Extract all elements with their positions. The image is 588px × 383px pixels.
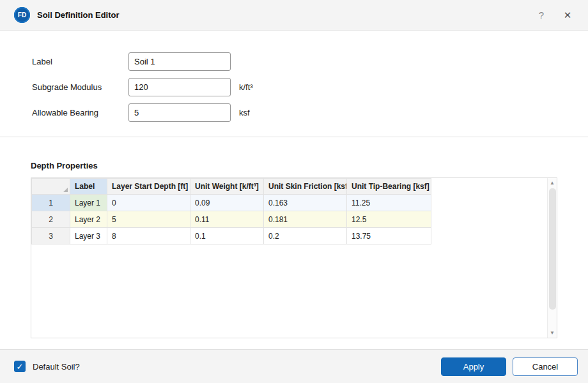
subgrade-modulus-input[interactable]	[128, 78, 231, 96]
header-skin-friction[interactable]: Unit Skin Friction [ksf]	[264, 179, 347, 195]
scroll-up-icon[interactable]: ▲	[548, 178, 557, 188]
depth-properties-title: Depth Properties	[31, 161, 557, 170]
label-row: Label	[32, 52, 588, 71]
cell-skin-friction-1[interactable]: 0.163	[264, 195, 347, 211]
cell-skin-friction-3[interactable]: 0.2	[264, 228, 347, 244]
cell-label-2[interactable]: Layer 2	[70, 211, 107, 228]
cell-label-1[interactable]: Layer 1	[70, 195, 107, 211]
table-row: 2 Layer 2 5 0.11 0.181 12.5	[32, 211, 431, 228]
app-logo-text: FD	[18, 11, 26, 19]
cell-start-depth-1[interactable]: 0	[107, 195, 190, 211]
header-row: Label Layer Start Depth [ft] Unit Weight…	[32, 179, 431, 195]
label-field-label: Label	[32, 57, 128, 66]
table-row: 3 Layer 3 8 0.1 0.2 13.75	[32, 228, 431, 244]
subgrade-row: Subgrade Modulus k/ft³	[32, 78, 588, 96]
header-start-depth[interactable]: Layer Start Depth [ft]	[107, 179, 190, 195]
row-header-3[interactable]: 3	[32, 228, 70, 244]
cell-unit-weight-2[interactable]: 0.11	[190, 211, 264, 228]
soil-form: Label Subgrade Modulus k/ft³ Allowable B…	[0, 31, 588, 137]
cell-tip-bearing-1[interactable]: 11.25	[347, 195, 431, 211]
depth-grid-container: Label Layer Start Depth [ft] Unit Weight…	[31, 177, 557, 338]
cell-start-depth-2[interactable]: 5	[107, 211, 190, 228]
footer-bar: ✓ Default Soil? Apply Cancel	[0, 349, 588, 383]
help-icon[interactable]: ?	[532, 6, 551, 25]
cell-label-3[interactable]: Layer 3	[70, 228, 107, 244]
header-tip-bearing[interactable]: Unit Tip-Bearing [ksf]	[347, 179, 431, 195]
header-label[interactable]: Label	[70, 179, 107, 195]
default-soil-checkbox[interactable]: ✓	[14, 361, 26, 372]
row-header-2[interactable]: 2	[32, 211, 70, 228]
select-all-corner[interactable]	[32, 179, 70, 195]
corner-triangle-icon	[63, 188, 68, 192]
bearing-field-label: Allowable Bearing	[32, 108, 128, 117]
scrollbar-thumb[interactable]	[549, 188, 556, 310]
depth-properties-section: Depth Properties Label Layer Start Depth…	[0, 137, 588, 338]
header-unit-weight[interactable]: Unit Weight [k/ft³]	[190, 179, 264, 195]
cell-tip-bearing-3[interactable]: 13.75	[347, 228, 431, 244]
cell-unit-weight-3[interactable]: 0.1	[190, 228, 264, 244]
check-icon: ✓	[17, 363, 24, 371]
label-input[interactable]	[128, 52, 231, 71]
scroll-down-icon[interactable]: ▼	[548, 328, 557, 338]
cell-skin-friction-2[interactable]: 0.181	[264, 211, 347, 228]
cancel-button[interactable]: Cancel	[513, 357, 578, 376]
allowable-bearing-input[interactable]	[128, 103, 231, 122]
bearing-row: Allowable Bearing ksf	[32, 103, 588, 122]
close-icon[interactable]: ✕	[557, 6, 578, 25]
vertical-scrollbar[interactable]: ▲ ▼	[547, 178, 557, 338]
apply-button[interactable]: Apply	[441, 357, 506, 376]
cell-tip-bearing-2[interactable]: 12.5	[347, 211, 431, 228]
window-title: Soil Definition Editor	[37, 10, 120, 20]
subgrade-unit-label: k/ft³	[239, 82, 253, 92]
depth-table: Label Layer Start Depth [ft] Unit Weight…	[31, 178, 431, 244]
subgrade-field-label: Subgrade Modulus	[32, 82, 128, 92]
table-row: 1 Layer 1 0 0.09 0.163 11.25	[32, 195, 431, 211]
cell-start-depth-3[interactable]: 8	[107, 228, 190, 244]
default-soil-label: Default Soil?	[33, 362, 80, 372]
titlebar: FD Soil Definition Editor ? ✕	[0, 0, 588, 31]
cell-unit-weight-1[interactable]: 0.09	[190, 195, 264, 211]
app-logo-icon: FD	[14, 7, 30, 23]
bearing-unit-label: ksf	[239, 108, 250, 117]
row-header-1[interactable]: 1	[32, 195, 70, 211]
